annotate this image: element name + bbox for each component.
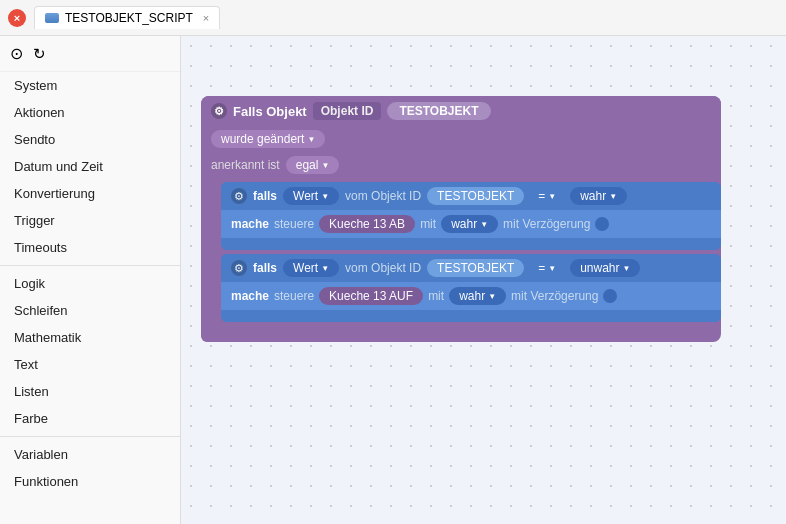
sidebar-item-listen[interactable]: Listen bbox=[0, 378, 180, 405]
sidebar-item-datum-und-zeit[interactable]: Datum und Zeit bbox=[0, 153, 180, 180]
mit-verz-label-1: mit Verzögerung bbox=[503, 217, 590, 231]
sidebar-item-text[interactable]: Text bbox=[0, 351, 180, 378]
outer-block-bottom bbox=[201, 328, 361, 342]
steuere-label-2: steuere bbox=[274, 289, 314, 303]
mache-row-1: mache steuere Kueche 13 AB mit wahr mit … bbox=[221, 210, 721, 238]
falls-objekt-header[interactable]: Falls Objekt Objekt ID TESTOBJEKT bbox=[201, 96, 721, 126]
obj-id-pill-1[interactable]: TESTOBJEKT bbox=[427, 187, 524, 205]
tab-label: TESTOBJEKT_SCRIPT bbox=[65, 11, 193, 25]
mit-label-1: mit bbox=[420, 217, 436, 231]
mache-label-1: mache bbox=[231, 217, 269, 231]
wert-pill-2[interactable]: Wert bbox=[283, 259, 339, 277]
sidebar-divider-1 bbox=[0, 265, 180, 266]
target-icon[interactable]: ⊙ bbox=[10, 44, 23, 63]
sidebar-item-farbe[interactable]: Farbe bbox=[0, 405, 180, 432]
sidebar-item-trigger[interactable]: Trigger bbox=[0, 207, 180, 234]
objekt-id-label: Objekt ID bbox=[313, 102, 382, 120]
tab-icon bbox=[45, 13, 59, 23]
anerkannt-ist-label: anerkannt ist bbox=[211, 158, 280, 172]
delay-circle-2[interactable] bbox=[603, 289, 617, 303]
tab[interactable]: TESTOBJEKT_SCRIPT × bbox=[34, 6, 220, 29]
sidebar-item-schleifen[interactable]: Schleifen bbox=[0, 297, 180, 324]
mache-label-2: mache bbox=[231, 289, 269, 303]
main-block-container: Falls Objekt Objekt ID TESTOBJEKT wurde … bbox=[201, 96, 721, 342]
sidebar-item-funktionen[interactable]: Funktionen bbox=[0, 468, 180, 495]
anerkannt-ist-row: anerkannt ist egal bbox=[201, 152, 721, 178]
sidebar-item-system[interactable]: System bbox=[0, 72, 180, 99]
sidebar-item-variablen[interactable]: Variablen bbox=[0, 441, 180, 468]
wert-pill-1[interactable]: Wert bbox=[283, 187, 339, 205]
sidebar-item-aktionen[interactable]: Aktionen bbox=[0, 99, 180, 126]
obj-id-pill-2[interactable]: TESTOBJEKT bbox=[427, 259, 524, 277]
gear-icon bbox=[211, 103, 227, 119]
tab-close-button[interactable]: × bbox=[203, 12, 209, 24]
device-pill-1[interactable]: Kueche 13 AB bbox=[319, 215, 415, 233]
close-button[interactable]: × bbox=[8, 9, 26, 27]
wurde-geandert-row: wurde geändert bbox=[201, 126, 721, 152]
canvas: Falls Objekt Objekt ID TESTOBJEKT wurde … bbox=[181, 36, 786, 524]
objekt-id-value[interactable]: TESTOBJEKT bbox=[387, 102, 490, 120]
sidebar-item-konvertierung[interactable]: Konvertierung bbox=[0, 180, 180, 207]
falls-objekt-label: Falls Objekt bbox=[233, 104, 307, 119]
eq-pill-2[interactable]: = bbox=[530, 259, 564, 277]
inner-gear-icon-1: ⚙ bbox=[231, 188, 247, 204]
device-pill-2[interactable]: Kueche 13 AUF bbox=[319, 287, 423, 305]
val-pill-1[interactable]: wahr bbox=[570, 187, 627, 205]
sidebar-item-timeouts[interactable]: Timeouts bbox=[0, 234, 180, 261]
mache-row-2: mache steuere Kueche 13 AUF mit wahr mit… bbox=[221, 282, 721, 310]
inner-falls-label-1: falls bbox=[253, 189, 277, 203]
refresh-icon[interactable]: ↻ bbox=[33, 45, 46, 63]
steuere-label-1: steuere bbox=[274, 217, 314, 231]
topbar: × TESTOBJEKT_SCRIPT × bbox=[0, 0, 786, 36]
val-pill-2[interactable]: unwahr bbox=[570, 259, 640, 277]
egal-dropdown[interactable]: egal bbox=[286, 156, 340, 174]
mit-verz-label-2: mit Verzögerung bbox=[511, 289, 598, 303]
eq-pill-1[interactable]: = bbox=[530, 187, 564, 205]
sidebar: ⊙ ↻ System Aktionen Sendto Datum und Zei… bbox=[0, 36, 181, 524]
sidebar-item-mathematik[interactable]: Mathematik bbox=[0, 324, 180, 351]
wurde-geandert-dropdown[interactable]: wurde geändert bbox=[211, 130, 325, 148]
sidebar-item-logik[interactable]: Logik bbox=[0, 270, 180, 297]
delay-circle-1[interactable] bbox=[595, 217, 609, 231]
sidebar-item-sendto[interactable]: Sendto bbox=[0, 126, 180, 153]
inner-block-1-footer bbox=[221, 238, 721, 250]
sidebar-divider-2 bbox=[0, 436, 180, 437]
main-area: ⊙ ↻ System Aktionen Sendto Datum und Zei… bbox=[0, 36, 786, 524]
inner-block-1-header: ⚙ falls Wert vom Objekt ID TESTOBJEKT = … bbox=[221, 182, 721, 210]
mit-val-pill-1[interactable]: wahr bbox=[441, 215, 498, 233]
inner-gear-icon-2: ⚙ bbox=[231, 260, 247, 276]
inner-block-1: ⚙ falls Wert vom Objekt ID TESTOBJEKT = … bbox=[221, 182, 721, 250]
inner-falls-label-2: falls bbox=[253, 261, 277, 275]
inner-block-2: ⚙ falls Wert vom Objekt ID TESTOBJEKT = … bbox=[221, 254, 721, 322]
vom-objekt-id-label-1: vom Objekt ID bbox=[345, 189, 421, 203]
sidebar-toolbar: ⊙ ↻ bbox=[0, 36, 180, 72]
inner-block-2-footer bbox=[221, 310, 721, 322]
mit-label-2: mit bbox=[428, 289, 444, 303]
mit-val-pill-2[interactable]: wahr bbox=[449, 287, 506, 305]
vom-objekt-id-label-2: vom Objekt ID bbox=[345, 261, 421, 275]
inner-block-2-header: ⚙ falls Wert vom Objekt ID TESTOBJEKT = … bbox=[221, 254, 721, 282]
